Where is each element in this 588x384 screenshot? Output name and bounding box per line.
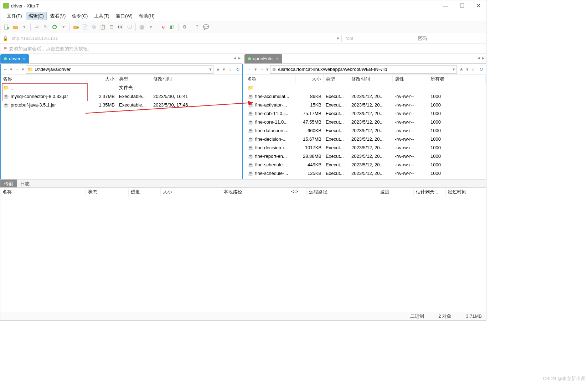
minimize-button[interactable]: — xyxy=(440,2,450,9)
doc-icon[interactable]: 📄 xyxy=(81,23,89,31)
col-remain[interactable]: 估计剩余... xyxy=(414,188,446,196)
menu-view[interactable]: 查看(V) xyxy=(47,12,68,20)
refresh-icon[interactable]: ↻ xyxy=(478,67,484,72)
transfer-list[interactable] xyxy=(0,196,486,312)
tab-next-icon[interactable]: ▸ xyxy=(238,55,241,61)
file-row[interactable]: ☕fine-core-11.0...47.55MBExecut...2023/5… xyxy=(245,118,486,126)
gear-icon[interactable]: ⚙ xyxy=(181,23,189,31)
preview-icon[interactable]: 👀 xyxy=(117,23,124,31)
dropdown-icon[interactable]: ▾ xyxy=(453,67,455,72)
help-icon[interactable]: ? xyxy=(193,23,201,31)
new-file-icon[interactable] xyxy=(2,23,10,31)
col-attr[interactable]: 属性 xyxy=(393,75,428,83)
col-name[interactable]: 名称 xyxy=(0,188,86,196)
col-type[interactable]: 类型 xyxy=(324,75,349,83)
star-icon[interactable]: ★ xyxy=(215,67,221,72)
tab-driver[interactable]: driver × xyxy=(0,54,29,63)
col-size[interactable]: 大小 xyxy=(161,188,221,196)
dropdown-icon[interactable]: ▾ xyxy=(147,23,155,31)
file-row[interactable]: ☕fine-cbb-11.0.j...75.17MBExecut...2023/… xyxy=(245,109,486,118)
parent-row[interactable]: 📁.. 文件夹 xyxy=(1,83,242,92)
refresh-icon[interactable] xyxy=(51,23,58,31)
tab-transfer[interactable]: 传输 xyxy=(0,180,17,187)
dropdown-icon[interactable]: ▾ xyxy=(10,67,12,72)
dropdown-icon[interactable]: ▾ xyxy=(223,67,225,72)
file-row[interactable]: ☕fine-swift-log-...2.26MBExecut...2023/5… xyxy=(245,177,486,179)
dropdown-icon[interactable]: ▾ xyxy=(466,67,469,72)
remote-file-list[interactable]: 📁 ☕fine-accumulat...86KBExecut...2023/5/… xyxy=(245,83,486,179)
parent-row[interactable]: 📁 xyxy=(245,83,486,92)
menu-window[interactable]: 窗口(W) xyxy=(113,12,135,20)
col-progress[interactable]: 进度 xyxy=(129,188,161,196)
file-row[interactable]: ☕fine-schedule-...125KBExecut...2023/5/1… xyxy=(245,169,486,177)
star-icon[interactable]: ★ xyxy=(458,67,465,72)
file-row[interactable]: ☕protobuf-java-3.5.1.jar1.35MBExecutable… xyxy=(1,100,242,109)
back-icon[interactable]: ← xyxy=(2,67,9,72)
tab-prev-icon[interactable]: ◂ xyxy=(478,55,480,61)
link-icon[interactable]: ⇄ xyxy=(33,23,41,31)
menu-help[interactable]: 帮助(H) xyxy=(136,12,158,20)
tab-openeuler[interactable]: openEuler × xyxy=(244,54,283,63)
close-tab-icon[interactable]: × xyxy=(276,56,279,61)
dropdown-icon[interactable]: ▾ xyxy=(20,23,28,31)
back-icon[interactable]: ← xyxy=(247,67,253,72)
col-size[interactable]: 大小 xyxy=(296,75,324,83)
col-elapsed[interactable]: 经过时间 xyxy=(446,188,486,196)
local-file-list[interactable]: 📁.. 文件夹 ☕mysql-connector-j-8.0.33.jar2.3… xyxy=(1,83,242,179)
menu-edit[interactable]: 编辑(E) xyxy=(26,12,47,20)
col-owner[interactable]: 所有者 xyxy=(428,75,486,83)
screen-icon[interactable]: 🖵 xyxy=(125,23,133,31)
file-row[interactable]: ☕fine-decision-...15.67MBExecut...2023/5… xyxy=(245,135,486,143)
col-size[interactable]: 大小 xyxy=(89,75,117,83)
stop-icon[interactable]: ⬤ xyxy=(138,23,146,31)
forward-icon[interactable]: → xyxy=(14,67,20,72)
tab-prev-icon[interactable]: ◂ xyxy=(234,55,236,61)
chat-icon[interactable]: 💬 xyxy=(202,23,210,31)
sync-icon[interactable]: ↻ xyxy=(42,23,50,31)
dropdown-icon[interactable]: ▾ xyxy=(266,67,269,72)
refresh-icon[interactable]: ↻ xyxy=(234,67,241,72)
close-tab-icon[interactable]: × xyxy=(23,56,26,61)
list-icon[interactable]: ☰ xyxy=(108,23,115,31)
file-row[interactable]: ☕fine-decision-r...1017KBExecut...2023/5… xyxy=(245,143,486,152)
remote-path-box[interactable]: 🗎 /usr/local/tomcat-linux/webapps/webroo… xyxy=(270,65,457,74)
xshell-icon[interactable]: ◧ xyxy=(168,23,176,31)
swirl-icon[interactable]: ໑ xyxy=(159,23,167,31)
col-local[interactable]: 本地路径 xyxy=(221,188,289,196)
col-type[interactable]: 类型 xyxy=(117,75,151,83)
tab-next-icon[interactable]: ▸ xyxy=(482,55,485,61)
maximize-button[interactable]: ☐ xyxy=(457,2,467,9)
file-row[interactable]: ☕mysql-connector-j-8.0.33.jar2.37MBExecu… xyxy=(1,92,242,100)
new-folder-icon[interactable]: + xyxy=(72,23,80,31)
forward-icon[interactable]: → xyxy=(258,67,265,72)
dropdown-icon[interactable]: ▾ xyxy=(60,23,67,31)
close-button[interactable]: ✕ xyxy=(473,2,483,9)
tab-log[interactable]: 日志 xyxy=(17,180,33,187)
file-row[interactable]: ☕fine-datasourc...660KBExecut...2023/5/1… xyxy=(245,126,486,135)
col-arrow[interactable]: <-> xyxy=(289,188,307,196)
col-name[interactable]: 名称 xyxy=(1,75,89,83)
dropdown-icon[interactable]: ▾ xyxy=(22,67,24,72)
home-icon[interactable]: ⌂ xyxy=(470,67,476,72)
file-row[interactable]: ☕fine-accumulat...86KBExecut...2023/5/12… xyxy=(245,92,486,100)
local-path-box[interactable]: 📁 D:\dev\java\driver ▾ xyxy=(26,65,213,74)
file-row[interactable]: ☕fine-activator-...15KBExecut...2023/5/1… xyxy=(245,100,486,109)
col-status[interactable]: 状态 xyxy=(86,188,129,196)
file-row[interactable]: ☕fine-schedule-...449KBExecut...2023/5/1… xyxy=(245,160,486,169)
dropdown-icon[interactable]: ▾ xyxy=(209,67,212,72)
password-input[interactable] xyxy=(416,34,484,43)
home-icon[interactable]: ⌂ xyxy=(227,67,233,72)
copy-icon[interactable]: ⧉ xyxy=(90,23,98,31)
menu-commands[interactable]: 命令(C) xyxy=(69,12,91,20)
paste-icon[interactable]: 📋 xyxy=(99,23,107,31)
col-date[interactable]: 修改时间 xyxy=(349,75,393,83)
url-input[interactable] xyxy=(10,34,335,43)
open-folder-icon[interactable] xyxy=(11,23,19,31)
col-name[interactable]: 名称 xyxy=(245,75,296,83)
col-remote[interactable]: 远程路径 xyxy=(307,188,378,196)
col-date[interactable]: 修改时间 xyxy=(151,75,242,83)
dropdown-icon[interactable]: ▾ xyxy=(254,67,257,72)
file-row[interactable]: ☕fine-report-en...28.88MBExecut...2023/5… xyxy=(245,152,486,160)
menu-file[interactable]: 文件(F) xyxy=(4,12,25,20)
col-speed[interactable]: 速度 xyxy=(378,188,414,196)
